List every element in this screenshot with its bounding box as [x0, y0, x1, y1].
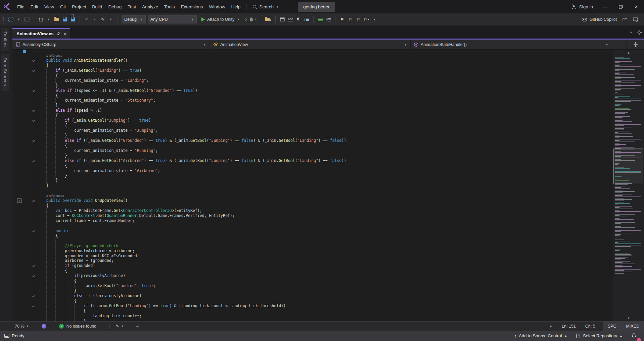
sign-in-button[interactable]: + Sign in: [567, 0, 598, 13]
navigate-forward-button[interactable]: →: [23, 15, 31, 24]
toggle-bookmark-button[interactable]: ⚑: [338, 15, 346, 24]
close-tab-icon[interactable]: ✕: [63, 32, 67, 36]
save-button[interactable]: [61, 15, 69, 24]
code-line[interactable]: else if (speed > .1): [12, 108, 613, 113]
menu-build[interactable]: Build: [89, 3, 105, 11]
code-line[interactable]: [12, 188, 613, 193]
code-line[interactable]: }: [12, 83, 613, 88]
code-line[interactable]: current_animation_state = "Jumping";: [12, 128, 613, 133]
encoding-indicator[interactable]: MIXED: [621, 322, 644, 331]
new-item-button[interactable]: ✶: [37, 15, 45, 24]
hot-reload-button[interactable]: ▼: [249, 15, 258, 24]
sidebar-tab-data-sources[interactable]: Data Sources: [1, 54, 9, 91]
scroll-left-icon[interactable]: ◀: [136, 324, 138, 328]
code-line[interactable]: if(previouslyAirborne): [12, 273, 613, 278]
restore-button[interactable]: [613, 0, 629, 13]
sidebar-tab-toolbox[interactable]: Toolbox: [1, 28, 9, 51]
fold-collapse-icon[interactable]: [32, 59, 35, 62]
fold-collapse-icon[interactable]: [32, 69, 35, 72]
next-bookmark-button[interactable]: ⚐: [354, 15, 362, 24]
column-indicator[interactable]: Ch: 5: [585, 324, 595, 329]
notifications-button[interactable]: 1: [627, 331, 644, 341]
fold-collapse-icon[interactable]: [32, 304, 35, 307]
menu-view[interactable]: View: [41, 3, 57, 11]
code-line[interactable]: {: [12, 93, 613, 98]
code-line[interactable]: {: [12, 143, 613, 148]
fold-collapse-icon[interactable]: [32, 264, 35, 267]
code-line[interactable]: {: [12, 63, 613, 68]
codelens-references[interactable]: 1 reference: [46, 53, 62, 58]
project-dropdown[interactable]: Assembly-CSharp ▼: [12, 40, 210, 49]
fold-collapse-icon[interactable]: [32, 139, 35, 142]
zoom-dropdown[interactable]: 70 % ▼: [15, 324, 29, 329]
gear-icon[interactable]: [637, 30, 642, 35]
code-line[interactable]: {: [12, 123, 613, 128]
code-line[interactable]: current_animation_state = "Stationary";: [12, 98, 613, 103]
code-line[interactable]: grounded = cont.KCC->IsGrounded;: [12, 253, 613, 259]
fold-collapse-icon[interactable]: [32, 274, 35, 277]
code-line[interactable]: }: [12, 103, 613, 108]
menu-window[interactable]: Window: [206, 3, 228, 11]
code-line[interactable]: }: [12, 288, 613, 293]
code-line[interactable]: _anim.SetBool("Landing", true);: [12, 283, 613, 288]
scroll-right-icon[interactable]: ▶: [550, 324, 552, 328]
solution-name[interactable]: getting better: [298, 2, 335, 12]
code-line[interactable]: {: [12, 163, 613, 168]
codelens-references[interactable]: 2 references: [46, 193, 64, 198]
code-line[interactable]: }: [12, 178, 613, 183]
scroll-down-icon[interactable]: ▼: [613, 317, 644, 320]
code-line[interactable]: ↑public override void OnUpdateView(): [12, 198, 613, 203]
code-line[interactable]: 1 reference: [12, 53, 613, 58]
document-health-indicator[interactable]: ✓ No issues found: [59, 324, 96, 329]
code-line[interactable]: if (_anim.GetBool("Jumping") == true): [12, 118, 613, 123]
code-line[interactable]: {: [12, 298, 613, 303]
code-line[interactable]: else if ((_anim.GetBool("Airborne") == t…: [12, 158, 613, 163]
horizontal-scrollbar[interactable]: [140, 322, 548, 331]
menu-file[interactable]: File: [14, 3, 28, 11]
display-items-button[interactable]: [316, 15, 324, 24]
code-line[interactable]: landing_tick_count++;: [12, 314, 613, 319]
open-file-button[interactable]: [53, 15, 61, 24]
menu-analyze[interactable]: Analyze: [139, 3, 161, 11]
save-all-button[interactable]: [69, 15, 77, 24]
code-editor[interactable]: 1 referencepublic void AnimationStateHan…: [12, 50, 644, 321]
code-cleanup-button[interactable]: ✎ ▼: [116, 324, 124, 329]
fold-collapse-icon[interactable]: [32, 159, 35, 162]
code-line[interactable]: else if ((_anim.GetBool("Grounded") == t…: [12, 138, 613, 143]
code-line[interactable]: unsafe: [12, 228, 613, 233]
menu-debug[interactable]: Debug: [105, 3, 125, 11]
code-line[interactable]: current_animation_state = "Landing";: [12, 78, 613, 83]
code-line[interactable]: {: [12, 203, 613, 208]
tab-animationview[interactable]: AnimationView.cs ✕: [12, 28, 70, 39]
code-line[interactable]: var kcc = PredictedFrame.Get<CharacterCo…: [12, 208, 613, 213]
close-button[interactable]: ✕: [629, 0, 644, 13]
screen-share-button[interactable]: [631, 15, 639, 24]
code-line[interactable]: }: [12, 173, 613, 178]
previous-bookmark-button[interactable]: ⚐: [346, 15, 354, 24]
code-line[interactable]: if (_anim.GetBool("Landing") == true): [12, 68, 613, 73]
line-indicator[interactable]: Ln: 151: [562, 324, 576, 329]
code-line[interactable]: {: [12, 308, 613, 314]
margin-change-icon[interactable]: ↑: [17, 198, 21, 203]
undo-button[interactable]: ↶: [83, 15, 91, 24]
code-line[interactable]: }: [12, 133, 613, 138]
margin-bookmark-icon[interactable]: [23, 50, 26, 53]
navigate-to-button[interactable]: abc: [286, 15, 294, 24]
code-line[interactable]: }: [12, 183, 613, 188]
code-line[interactable]: {: [12, 268, 613, 273]
redo-dropdown[interactable]: ▼: [107, 15, 115, 24]
code-line[interactable]: else if (!previouslyAirborne): [12, 293, 613, 298]
minimap-viewport[interactable]: [613, 149, 643, 184]
new-item-dropdown[interactable]: ▼: [45, 15, 53, 24]
code-line[interactable]: else if ((speed <= .1) & (_anim.GetBool(…: [12, 88, 613, 93]
select-repository-button[interactable]: Select Repository ▲: [571, 331, 627, 341]
fold-collapse-icon[interactable]: [32, 109, 35, 112]
menu-git[interactable]: Git: [57, 3, 69, 11]
bookmarks-dropdown[interactable]: ▼: [371, 15, 379, 24]
fold-collapse-icon[interactable]: [32, 294, 35, 297]
clear-bookmarks-button[interactable]: ⚐✕: [362, 15, 370, 24]
open-external-button[interactable]: [620, 15, 629, 24]
solution-platform-dropdown[interactable]: Any CPU ▼: [148, 15, 197, 23]
navigate-back-dropdown[interactable]: ▼: [15, 15, 23, 24]
minimize-button[interactable]: —: [598, 0, 613, 13]
